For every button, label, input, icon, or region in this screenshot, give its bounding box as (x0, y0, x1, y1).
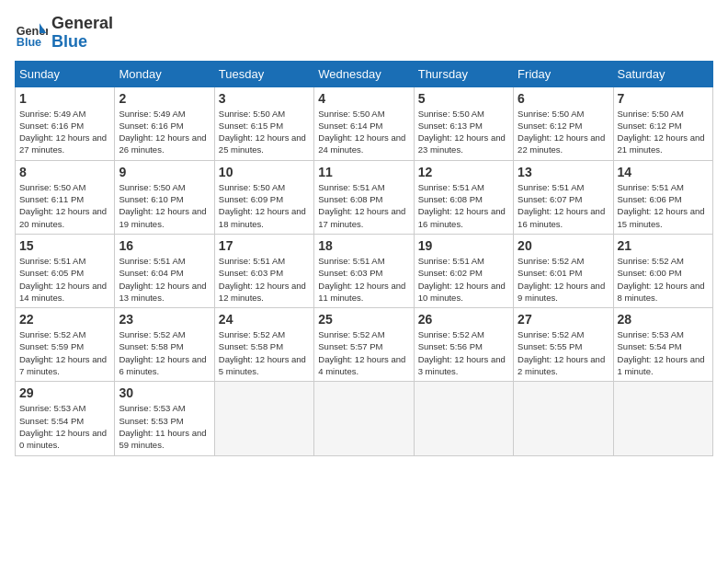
day-number: 12 (418, 165, 509, 179)
day-cell-19: 19 Sunrise: 5:51 AM Sunset: 6:02 PM Dayl… (414, 234, 513, 307)
day-info: Sunrise: 5:49 AM Sunset: 6:16 PM Dayligh… (119, 108, 210, 156)
day-info: Sunrise: 5:50 AM Sunset: 6:10 PM Dayligh… (119, 181, 210, 230)
day-number: 28 (618, 312, 709, 327)
weekday-header-sunday: Sunday (16, 61, 115, 86)
day-cell-13: 13 Sunrise: 5:51 AM Sunset: 6:07 PM Dayl… (514, 160, 613, 234)
empty-cell (414, 382, 513, 455)
day-cell-15: 15 Sunrise: 5:51 AM Sunset: 6:05 PM Dayl… (16, 234, 115, 307)
day-cell-10: 10 Sunrise: 5:50 AM Sunset: 6:09 PM Dayl… (214, 160, 313, 234)
day-cell-3: 3 Sunrise: 5:50 AM Sunset: 6:15 PM Dayli… (214, 86, 313, 160)
day-info: Sunrise: 5:50 AM Sunset: 6:15 PM Dayligh… (219, 108, 310, 156)
day-info: Sunrise: 5:51 AM Sunset: 6:08 PM Dayligh… (418, 181, 509, 230)
day-info: Sunrise: 5:50 AM Sunset: 6:09 PM Dayligh… (219, 181, 310, 230)
day-cell-22: 22 Sunrise: 5:52 AM Sunset: 5:59 PM Dayl… (16, 308, 115, 382)
empty-cell (514, 382, 613, 455)
day-number: 14 (618, 165, 709, 179)
day-cell-8: 8 Sunrise: 5:50 AM Sunset: 6:11 PM Dayli… (16, 160, 115, 234)
day-number: 21 (618, 238, 709, 253)
day-cell-16: 16 Sunrise: 5:51 AM Sunset: 6:04 PM Dayl… (115, 234, 214, 307)
day-info: Sunrise: 5:51 AM Sunset: 6:03 PM Dayligh… (219, 255, 310, 304)
day-number: 29 (19, 385, 110, 400)
calendar-row: 22 Sunrise: 5:52 AM Sunset: 5:59 PM Dayl… (16, 308, 713, 382)
weekday-header-monday: Monday (115, 61, 214, 86)
weekday-header-friday: Friday (514, 61, 613, 86)
empty-cell (214, 382, 313, 455)
day-info: Sunrise: 5:49 AM Sunset: 6:16 PM Dayligh… (19, 108, 110, 156)
day-cell-2: 2 Sunrise: 5:49 AM Sunset: 6:16 PM Dayli… (115, 86, 214, 160)
day-info: Sunrise: 5:53 AM Sunset: 5:53 PM Dayligh… (119, 402, 210, 451)
day-info: Sunrise: 5:52 AM Sunset: 5:58 PM Dayligh… (119, 328, 210, 377)
day-info: Sunrise: 5:51 AM Sunset: 6:03 PM Dayligh… (318, 255, 409, 304)
day-cell-30: 30 Sunrise: 5:53 AM Sunset: 5:53 PM Dayl… (115, 382, 214, 455)
logo-icon: General Blue (15, 17, 48, 50)
logo-text: General Blue (51, 15, 113, 52)
day-number: 7 (618, 91, 709, 106)
day-cell-26: 26 Sunrise: 5:52 AM Sunset: 5:56 PM Dayl… (414, 308, 513, 382)
day-info: Sunrise: 5:53 AM Sunset: 5:54 PM Dayligh… (618, 328, 709, 377)
day-number: 24 (219, 312, 310, 327)
day-cell-1: 1 Sunrise: 5:49 AM Sunset: 6:16 PM Dayli… (16, 86, 115, 160)
day-cell-29: 29 Sunrise: 5:53 AM Sunset: 5:54 PM Dayl… (16, 382, 115, 455)
day-info: Sunrise: 5:51 AM Sunset: 6:05 PM Dayligh… (19, 255, 110, 304)
day-info: Sunrise: 5:52 AM Sunset: 6:00 PM Dayligh… (618, 255, 709, 304)
day-number: 11 (318, 165, 409, 179)
calendar-row: 15 Sunrise: 5:51 AM Sunset: 6:05 PM Dayl… (16, 234, 713, 307)
logo: General Blue General Blue (15, 15, 113, 52)
day-number: 16 (119, 238, 210, 253)
day-info: Sunrise: 5:50 AM Sunset: 6:11 PM Dayligh… (19, 181, 110, 230)
day-number: 17 (219, 238, 310, 253)
day-number: 27 (518, 312, 609, 327)
day-number: 22 (19, 312, 110, 327)
page-header: General Blue General Blue (15, 15, 713, 52)
day-number: 5 (418, 91, 509, 106)
day-cell-27: 27 Sunrise: 5:52 AM Sunset: 5:55 PM Dayl… (514, 308, 613, 382)
day-number: 8 (19, 165, 110, 179)
day-info: Sunrise: 5:52 AM Sunset: 5:59 PM Dayligh… (19, 328, 110, 377)
day-number: 19 (418, 238, 509, 253)
day-number: 13 (518, 165, 609, 179)
day-number: 26 (418, 312, 509, 327)
day-cell-14: 14 Sunrise: 5:51 AM Sunset: 6:06 PM Dayl… (613, 160, 712, 234)
day-info: Sunrise: 5:50 AM Sunset: 6:13 PM Dayligh… (418, 108, 509, 156)
day-info: Sunrise: 5:50 AM Sunset: 6:14 PM Dayligh… (318, 108, 409, 156)
day-info: Sunrise: 5:51 AM Sunset: 6:02 PM Dayligh… (418, 255, 509, 304)
day-info: Sunrise: 5:52 AM Sunset: 5:57 PM Dayligh… (318, 328, 409, 377)
day-cell-18: 18 Sunrise: 5:51 AM Sunset: 6:03 PM Dayl… (314, 234, 414, 307)
day-info: Sunrise: 5:50 AM Sunset: 6:12 PM Dayligh… (618, 108, 709, 156)
day-info: Sunrise: 5:51 AM Sunset: 6:06 PM Dayligh… (618, 181, 709, 230)
calendar-row: 29 Sunrise: 5:53 AM Sunset: 5:54 PM Dayl… (16, 382, 713, 455)
day-number: 15 (19, 238, 110, 253)
day-cell-17: 17 Sunrise: 5:51 AM Sunset: 6:03 PM Dayl… (214, 234, 313, 307)
day-info: Sunrise: 5:51 AM Sunset: 6:08 PM Dayligh… (318, 181, 409, 230)
day-cell-9: 9 Sunrise: 5:50 AM Sunset: 6:10 PM Dayli… (115, 160, 214, 234)
day-number: 6 (518, 91, 609, 106)
day-cell-21: 21 Sunrise: 5:52 AM Sunset: 6:00 PM Dayl… (613, 234, 712, 307)
day-number: 10 (219, 165, 310, 179)
day-number: 2 (119, 91, 210, 106)
day-cell-25: 25 Sunrise: 5:52 AM Sunset: 5:57 PM Dayl… (314, 308, 414, 382)
day-cell-4: 4 Sunrise: 5:50 AM Sunset: 6:14 PM Dayli… (314, 86, 414, 160)
day-cell-20: 20 Sunrise: 5:52 AM Sunset: 6:01 PM Dayl… (514, 234, 613, 307)
day-number: 30 (119, 385, 210, 400)
day-cell-6: 6 Sunrise: 5:50 AM Sunset: 6:12 PM Dayli… (514, 86, 613, 160)
day-info: Sunrise: 5:52 AM Sunset: 6:01 PM Dayligh… (518, 255, 609, 304)
day-info: Sunrise: 5:51 AM Sunset: 6:07 PM Dayligh… (518, 181, 609, 230)
day-number: 4 (318, 91, 409, 106)
day-info: Sunrise: 5:52 AM Sunset: 5:55 PM Dayligh… (518, 328, 609, 377)
day-info: Sunrise: 5:53 AM Sunset: 5:54 PM Dayligh… (19, 402, 110, 451)
weekday-header-thursday: Thursday (414, 61, 513, 86)
day-info: Sunrise: 5:50 AM Sunset: 6:12 PM Dayligh… (518, 108, 609, 156)
day-cell-7: 7 Sunrise: 5:50 AM Sunset: 6:12 PM Dayli… (613, 86, 712, 160)
day-cell-23: 23 Sunrise: 5:52 AM Sunset: 5:58 PM Dayl… (115, 308, 214, 382)
day-cell-12: 12 Sunrise: 5:51 AM Sunset: 6:08 PM Dayl… (414, 160, 513, 234)
day-cell-5: 5 Sunrise: 5:50 AM Sunset: 6:13 PM Dayli… (414, 86, 513, 160)
calendar-row: 1 Sunrise: 5:49 AM Sunset: 6:16 PM Dayli… (16, 86, 713, 160)
day-cell-28: 28 Sunrise: 5:53 AM Sunset: 5:54 PM Dayl… (613, 308, 712, 382)
day-cell-24: 24 Sunrise: 5:52 AM Sunset: 5:58 PM Dayl… (214, 308, 313, 382)
day-number: 23 (119, 312, 210, 327)
day-number: 3 (219, 91, 310, 106)
day-number: 20 (518, 238, 609, 253)
day-info: Sunrise: 5:51 AM Sunset: 6:04 PM Dayligh… (119, 255, 210, 304)
svg-text:Blue: Blue (17, 36, 41, 49)
empty-cell (613, 382, 712, 455)
